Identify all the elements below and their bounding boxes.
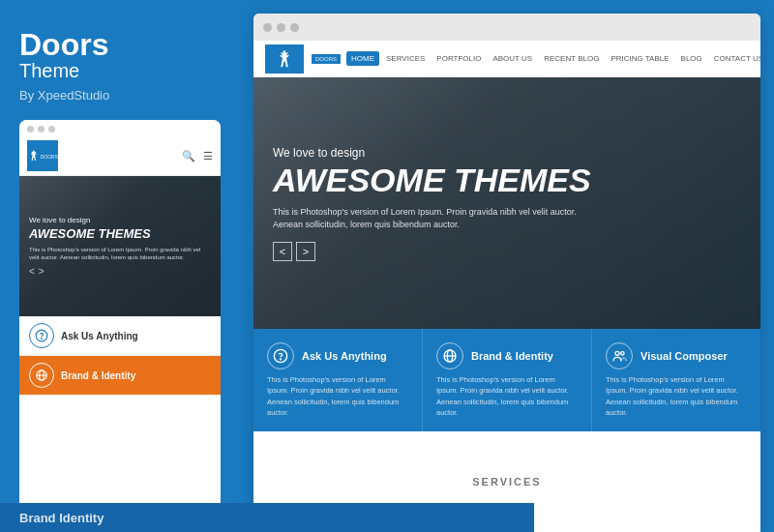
mobile-nav-icons: 🔍 ☰ — [182, 150, 213, 163]
left-panel: Doors Theme By XpeedStudio DOORS 🔍 ☰ We … — [0, 0, 240, 532]
mobile-logo: DOORS — [27, 140, 58, 171]
mobile-card-ask-label: Ask Us Anything — [61, 331, 138, 341]
next-arrow-desktop[interactable]: > — [296, 242, 315, 261]
browser-content: DOORS HOME SERVICES PORTFOLIO ABOUT US R… — [253, 41, 760, 532]
mobile-nav: DOORS 🔍 ☰ — [19, 136, 221, 176]
feature-card-brand: Brand & Identity This is Photoshop's ver… — [423, 329, 592, 431]
feature-card-visual: Visual Composer This is Photoshop's vers… — [592, 329, 760, 431]
site-logo-area: DOORS — [265, 44, 341, 74]
nav-blog[interactable]: RECENT BLOG — [539, 51, 604, 66]
mobile-hero-desc: This is Photoshop's version of Lorem Ips… — [29, 246, 211, 262]
question-icon-desktop — [273, 348, 288, 364]
site-logo-box — [265, 44, 304, 74]
feature-cards: Ask Us Anything This is Photoshop's vers… — [253, 329, 760, 431]
doors-label-mobile: DOORS — [41, 154, 58, 160]
prev-arrow-mobile[interactable]: < — [29, 266, 35, 277]
mobile-hero-big-text: awesome THEMES — [29, 226, 211, 241]
mobile-hero-small-text: We love to design — [29, 216, 211, 224]
browser-dot-2 — [277, 23, 285, 32]
feature-card-ask: Ask Us Anything This is Photoshop's vers… — [253, 329, 423, 431]
search-icon-mobile[interactable]: 🔍 — [182, 150, 195, 163]
nav-blog2[interactable]: BLOG — [676, 51, 707, 66]
browser-topbar — [253, 14, 760, 41]
next-arrow-mobile[interactable]: > — [39, 266, 45, 277]
mobile-card-brand-label: Brand & Identity — [61, 370, 135, 381]
feature-card-visual-header: Visual Composer — [606, 342, 747, 369]
ask-icon-desktop — [267, 342, 294, 369]
brand-icon-mobile — [29, 363, 54, 388]
hero-desc: This is Photoshop's version of Lorem Ips… — [273, 206, 582, 232]
brand-by: By XpeedStudio — [19, 88, 221, 103]
brand-subtitle: Theme — [19, 60, 221, 82]
hero-arrows: < > — [273, 242, 741, 261]
bottom-label-bar: Brand Identity — [0, 503, 534, 532]
dot-3 — [48, 126, 55, 133]
browser-dot-1 — [263, 23, 272, 32]
hero-small-text: We love to design — [273, 146, 741, 160]
site-hero: We love to design awesome THEMES This is… — [253, 77, 760, 329]
bottom-label-text: Brand Identity — [19, 511, 104, 525]
globe-icon-desktop — [442, 348, 458, 364]
browser-dot-3 — [290, 23, 299, 32]
svg-point-10 — [615, 351, 619, 355]
feature-card-ask-title: Ask Us Anything — [302, 350, 387, 362]
svg-point-1 — [42, 339, 43, 340]
mobile-hero: We love to design awesome THEMES This is… — [19, 176, 221, 316]
svg-point-6 — [280, 359, 281, 360]
site-nav: HOME SERVICES PORTFOLIO ABOUT US RECENT … — [346, 51, 760, 66]
deer-icon-desktop — [274, 48, 295, 70]
feature-card-visual-title: Visual Composer — [640, 350, 728, 362]
feature-card-ask-header: Ask Us Anything — [267, 342, 408, 369]
brand-icon-desktop — [436, 342, 463, 369]
dot-2 — [38, 126, 45, 133]
nav-portfolio[interactable]: PORTFOLIO — [432, 51, 486, 66]
brand-title: Doors — [19, 29, 221, 60]
ask-icon-mobile — [29, 323, 54, 348]
mobile-card-ask[interactable]: Ask Us Anything — [19, 316, 221, 356]
prev-arrow-desktop[interactable]: < — [273, 242, 292, 261]
nav-pricing[interactable]: PRICING TABLE — [606, 51, 673, 66]
feature-card-brand-text: This is Photoshop's version of Lorem Ips… — [436, 374, 578, 418]
user-group-icon — [611, 348, 627, 364]
site-header: DOORS HOME SERVICES PORTFOLIO ABOUT US R… — [253, 41, 760, 77]
question-icon-mobile — [35, 329, 48, 342]
doors-label-desktop: DOORS — [312, 54, 341, 64]
mobile-hero-arrows: < > — [29, 266, 211, 277]
menu-icon-mobile[interactable]: ☰ — [203, 150, 213, 163]
mobile-cards: Ask Us Anything Brand & Identity — [19, 316, 221, 513]
feature-card-brand-header: Brand & Identity — [436, 342, 578, 369]
right-panel: DOORS HOME SERVICES PORTFOLIO ABOUT US R… — [253, 14, 760, 532]
dot-1 — [27, 126, 34, 133]
visual-icon-desktop — [606, 342, 633, 369]
nav-about[interactable]: ABOUT US — [488, 51, 537, 66]
feature-card-visual-text: This is Photoshop's version of Lorem Ips… — [606, 374, 747, 418]
feature-card-brand-title: Brand & Identity — [471, 350, 553, 362]
mobile-preview: DOORS 🔍 ☰ We love to design awesome THEM… — [19, 120, 221, 513]
nav-home[interactable]: HOME — [346, 51, 379, 66]
nav-contact[interactable]: CONTACT US — [709, 51, 760, 66]
feature-card-ask-text: This is Photoshop's version of Lorem Ips… — [267, 374, 408, 418]
deer-icon-mobile — [27, 146, 41, 165]
mobile-card-brand[interactable]: Brand & Identity — [19, 356, 221, 395]
svg-point-11 — [621, 352, 624, 355]
services-label: SERVICES — [472, 476, 541, 488]
globe-icon-mobile — [35, 369, 48, 382]
nav-services[interactable]: SERVICES — [381, 51, 430, 66]
mobile-topbar — [19, 120, 221, 136]
hero-big-text: awesome THEMES — [273, 163, 741, 196]
